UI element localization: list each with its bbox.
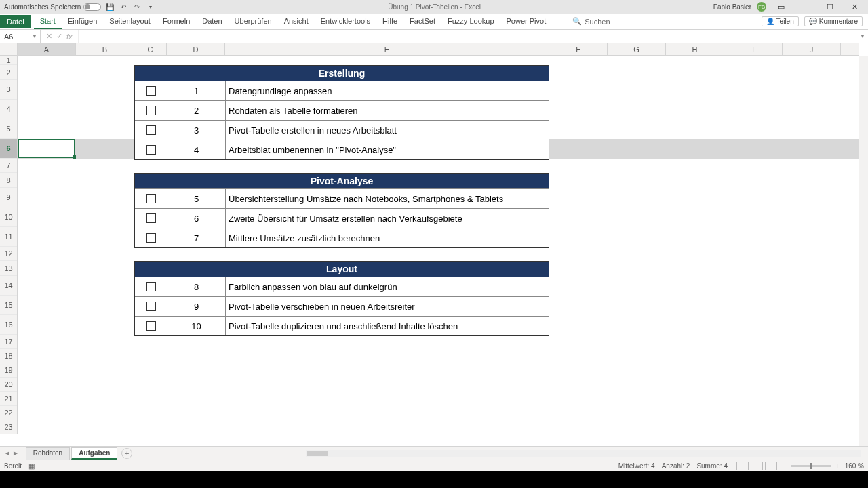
row-header-2[interactable]: 2 <box>0 65 17 80</box>
autosave-toggle[interactable]: Automatisches Speichern <box>4 3 101 11</box>
col-header-C[interactable]: C <box>134 43 167 55</box>
col-header-H[interactable]: H <box>666 43 724 55</box>
spreadsheet-grid[interactable]: ABCDEFGHIJ 12345678910111213141516171819… <box>0 43 868 446</box>
ribbon-tab-daten[interactable]: Daten <box>196 14 228 29</box>
namebox-dropdown-icon[interactable]: ▼ <box>32 33 37 39</box>
close-button[interactable]: ✕ <box>845 3 864 12</box>
ribbon-tab-formeln[interactable]: Formeln <box>157 14 196 29</box>
ribbon-tab-factset[interactable]: FactSet <box>403 14 441 29</box>
row-header-12[interactable]: 12 <box>0 247 17 261</box>
col-header-F[interactable]: F <box>549 43 608 55</box>
row-header-7[interactable]: 7 <box>0 159 17 173</box>
sheet-nav[interactable]: ◄► <box>0 449 23 457</box>
row-header-18[interactable]: 18 <box>0 349 17 363</box>
record-macro-icon[interactable]: ▦ <box>28 462 35 470</box>
active-cell[interactable] <box>18 139 75 158</box>
minimize-button[interactable]: ─ <box>796 3 815 11</box>
enter-icon[interactable]: ✓ <box>56 32 62 41</box>
page-break-view-button[interactable] <box>765 462 777 470</box>
prev-sheet-icon[interactable]: ◄ <box>4 449 11 457</box>
row-header-22[interactable]: 22 <box>0 406 17 420</box>
cancel-icon[interactable]: ✕ <box>46 32 52 41</box>
ribbon-tab-power pivot[interactable]: Power Pivot <box>500 14 553 29</box>
row-header-15[interactable]: 15 <box>0 296 17 315</box>
ribbon-tab-entwicklertools[interactable]: Entwicklertools <box>315 14 376 29</box>
add-sheet-button[interactable]: + <box>121 448 132 459</box>
task-checkbox[interactable] <box>146 86 156 96</box>
table-row: 7Mittlere Umsätze zusätzlich berechnen <box>135 228 549 247</box>
task-checkbox[interactable] <box>146 194 156 203</box>
row-header-20[interactable]: 20 <box>0 378 17 392</box>
task-checkbox[interactable] <box>146 125 156 135</box>
ribbon-mode-icon[interactable]: ▭ <box>772 3 791 12</box>
user-name[interactable]: Fabio Basler <box>713 3 751 11</box>
row-header-6[interactable]: 6 <box>0 139 17 159</box>
maximize-button[interactable]: ☐ <box>821 3 840 12</box>
user-avatar[interactable]: FB <box>757 2 766 12</box>
ribbon-tab-seitenlayout[interactable]: Seitenlayout <box>103 14 157 29</box>
row-header-10[interactable]: 10 <box>0 207 17 227</box>
select-all-corner[interactable] <box>0 43 18 56</box>
row-header-9[interactable]: 9 <box>0 188 17 207</box>
row-header-3[interactable]: 3 <box>0 80 17 100</box>
file-tab[interactable]: Datei <box>0 15 31 28</box>
task-checkbox[interactable] <box>146 282 156 291</box>
ribbon-tab-fuzzy lookup[interactable]: Fuzzy Lookup <box>441 14 500 29</box>
sheet-tab-aufgaben[interactable]: Aufgaben <box>71 447 117 460</box>
expand-formula-icon[interactable]: ▼ <box>857 33 868 39</box>
row-header-11[interactable]: 11 <box>0 227 17 247</box>
next-sheet-icon[interactable]: ► <box>12 449 19 457</box>
col-header-B[interactable]: B <box>76 43 134 55</box>
zoom-level[interactable]: 160 % <box>845 462 864 470</box>
col-header-G[interactable]: G <box>608 43 666 55</box>
column-headers[interactable]: ABCDEFGHIJ <box>18 43 859 56</box>
page-layout-view-button[interactable] <box>751 462 763 470</box>
task-checkbox[interactable] <box>146 214 156 223</box>
row-header-4[interactable]: 4 <box>0 100 17 119</box>
row-header-21[interactable]: 21 <box>0 392 17 406</box>
col-header-D[interactable]: D <box>167 43 225 55</box>
ribbon-tab-start[interactable]: Start <box>34 14 62 29</box>
row-header-13[interactable]: 13 <box>0 261 17 276</box>
task-checkbox[interactable] <box>146 233 156 243</box>
row-header-23[interactable]: 23 <box>0 420 17 434</box>
row-header-16[interactable]: 16 <box>0 315 17 335</box>
row-header-19[interactable]: 19 <box>0 363 17 378</box>
horizontal-scrollbar[interactable] <box>306 450 861 457</box>
share-button[interactable]: 👤Teilen <box>762 16 799 26</box>
row-header-5[interactable]: 5 <box>0 119 17 139</box>
zoom-slider[interactable] <box>791 465 831 467</box>
save-icon[interactable]: 💾 <box>105 2 115 12</box>
normal-view-button[interactable] <box>736 462 749 470</box>
ribbon-tab-hilfe[interactable]: Hilfe <box>376 14 403 29</box>
col-header-J[interactable]: J <box>783 43 841 55</box>
redo-icon[interactable]: ↷ <box>132 2 142 12</box>
col-header-E[interactable]: E <box>225 43 549 55</box>
col-header-A[interactable]: A <box>18 43 76 55</box>
qat-dropdown-icon[interactable]: ▾ <box>146 2 155 12</box>
task-checkbox[interactable] <box>146 302 156 311</box>
task-checkbox[interactable] <box>146 106 156 115</box>
col-header-I[interactable]: I <box>724 43 783 55</box>
row-header-17[interactable]: 17 <box>0 335 17 349</box>
task-checkbox[interactable] <box>146 321 156 331</box>
sheet-tab-rohdaten[interactable]: Rohdaten <box>26 447 70 460</box>
ribbon-tab-ansicht[interactable]: Ansicht <box>278 14 315 29</box>
toggle-switch[interactable] <box>83 3 101 11</box>
name-box[interactable]: A6 ▼ <box>0 30 41 43</box>
zoom-in-button[interactable]: + <box>835 462 840 470</box>
undo-icon[interactable]: ↶ <box>119 2 128 12</box>
vertical-scrollbar[interactable] <box>859 56 868 446</box>
row-header-1[interactable]: 1 <box>0 56 17 65</box>
task-checkbox[interactable] <box>146 145 156 155</box>
tell-me-search[interactable]: 🔍 Suchen <box>572 17 610 26</box>
ribbon-tab-überprüfen[interactable]: Überprüfen <box>229 14 278 29</box>
row-header-8[interactable]: 8 <box>0 173 17 188</box>
fx-icon[interactable]: fx <box>66 33 73 41</box>
row-headers[interactable]: 1234567891011121314151617181920212223 <box>0 56 18 434</box>
ribbon-tab-einfügen[interactable]: Einfügen <box>62 14 103 29</box>
row-header-14[interactable]: 14 <box>0 276 17 296</box>
cell-area[interactable]: Erstellung1Datengrundlage anpassen2Rohda… <box>18 56 859 446</box>
comments-button[interactable]: 💬Kommentare <box>804 16 863 26</box>
zoom-out-button[interactable]: − <box>783 462 787 470</box>
